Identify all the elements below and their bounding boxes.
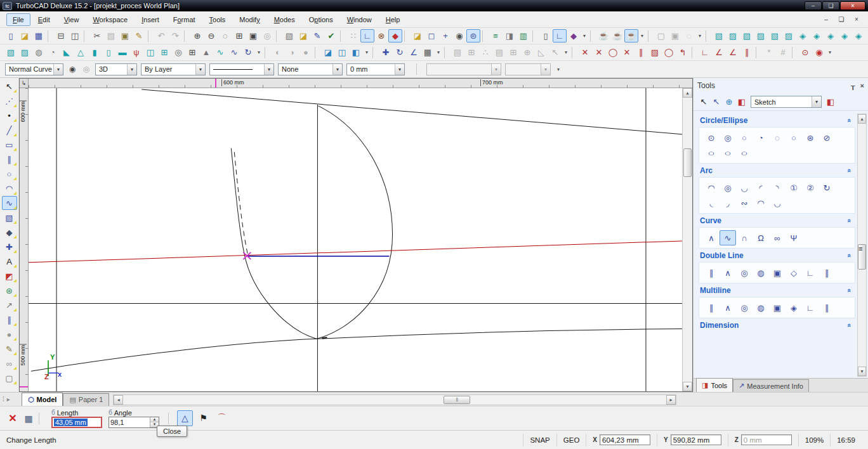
layers-icon[interactable]: ≡ [489, 29, 503, 42]
spin-up-icon[interactable]: ▲ [150, 417, 159, 422]
scroll-thumb[interactable]: ⦀ [444, 396, 470, 404]
multiline-line-icon[interactable]: ∥ [703, 300, 720, 315]
arc-1-3-2-icon[interactable]: ② [802, 180, 819, 195]
mdi-close-button[interactable]: × [852, 16, 862, 23]
circle-concentric-icon[interactable]: ◎ [720, 130, 736, 145]
move-xyz-icon[interactable]: ✚ [379, 46, 393, 59]
menu-workspace[interactable]: Workspace [86, 13, 134, 26]
rotate-3d-icon[interactable]: ↻ [393, 46, 407, 59]
arc-full-icon[interactable]: ↻ [819, 180, 835, 195]
mdi-minimize-button[interactable]: – [821, 16, 831, 23]
snap-parallel-icon[interactable]: ∥ [634, 46, 648, 59]
curve-spline-icon[interactable]: ∿ [720, 230, 736, 245]
target-ref-icon[interactable]: ◉ [812, 46, 826, 59]
paint-tool[interactable]: ◩ [2, 269, 17, 283]
grid-ref-icon[interactable]: # [776, 46, 790, 59]
workspace-open-icon[interactable]: ◪ [411, 29, 424, 42]
view-front-icon[interactable]: ▧ [712, 29, 726, 42]
menu-modify[interactable]: Modify [233, 13, 266, 26]
select-frame-tool[interactable]: ▢ [2, 371, 17, 385]
angle-offset-icon[interactable]: ∠ [726, 46, 740, 59]
overflow-icon[interactable]: ▾ [638, 29, 646, 42]
undo-icon[interactable]: ↶ [154, 29, 168, 42]
paste-icon[interactable]: ▣ [118, 29, 132, 42]
fence-icon[interactable]: ◨ [503, 29, 516, 42]
collapse-chevron-icon[interactable]: « [846, 166, 853, 175]
copy-circular-icon[interactable]: ⊕ [520, 46, 534, 59]
menu-edit[interactable]: Edit [32, 13, 56, 26]
snap-toggle[interactable]: SNAP [523, 434, 556, 446]
view-right-icon[interactable]: ▨ [754, 29, 768, 42]
3d-slab-icon[interactable]: ▬ [115, 46, 129, 59]
multiline-polyline-icon[interactable]: ∧ [720, 300, 736, 315]
panel-tab-measurement[interactable]: ↗Measurement Info [733, 379, 809, 392]
image-icon[interactable]: ▧ [282, 29, 296, 42]
line-tool[interactable]: ╱ [2, 123, 17, 137]
overflow-icon[interactable]: ▾ [562, 46, 570, 59]
3d-torus-icon[interactable]: ◎ [171, 46, 185, 59]
corner-trim-icon[interactable]: ∟ [698, 46, 712, 59]
3d-disc-icon[interactable]: ◍ [32, 46, 46, 59]
arc-fixed-ratio-icon[interactable]: ◡ [769, 195, 786, 211]
copy-pointer-icon[interactable]: ↖ [548, 46, 562, 59]
view-iso-sw-icon[interactable]: ◈ [838, 29, 852, 42]
zoom-selection-icon[interactable]: ◎ [260, 29, 274, 42]
magnetic-snap-icon[interactable]: ◆ [388, 29, 402, 42]
curve-tool[interactable]: ∿ [2, 196, 17, 210]
style-combo[interactable]: Normal Curve▾ [5, 63, 63, 75]
solid-3d-tool[interactable]: ◆ [2, 225, 17, 239]
angle-trim-icon[interactable]: ∠ [712, 46, 726, 59]
3d-mesh-icon[interactable]: ⊞ [185, 46, 199, 59]
multiline-perpendicular-icon[interactable]: ◈ [786, 300, 802, 315]
menu-view[interactable]: View [58, 13, 86, 26]
z-coordinate-field[interactable]: 0 mm [741, 434, 792, 445]
menu-help[interactable]: Help [379, 13, 407, 26]
copy-vector-icon[interactable]: ◺ [534, 46, 548, 59]
double-polyline-icon[interactable]: ∧ [720, 265, 736, 280]
help-book-icon[interactable]: ◆ [567, 29, 581, 42]
sphere-pair-tool[interactable]: ∞ [2, 356, 17, 370]
scroll-up-icon[interactable]: ▴ [683, 88, 692, 98]
arc-tangent-icon[interactable]: ◝ [769, 180, 786, 195]
snap-hatch-icon[interactable]: ▨ [648, 46, 662, 59]
circle-tangent-arc-icon[interactable]: ○ [786, 130, 802, 145]
copy-icon[interactable]: ▤ [104, 29, 118, 42]
canvas-horizontal-scrollbar[interactable]: ◂ ⦀ ▸ [113, 394, 676, 405]
copy-mirror-icon[interactable]: ▤ [492, 46, 506, 59]
select-tool[interactable]: ↖ [2, 79, 17, 93]
shade-sphere-1-icon[interactable]: ◐ [271, 46, 285, 59]
select-2d-icon[interactable]: ▢ [654, 29, 668, 42]
3d-helix-icon[interactable]: ↻ [241, 46, 255, 59]
view-top-icon[interactable]: ▧ [768, 29, 782, 42]
color-palette-icon[interactable]: ▥ [516, 29, 530, 42]
scroll-up-icon[interactable]: ▴ [858, 114, 866, 124]
overflow-icon[interactable]: ▾ [865, 29, 868, 42]
top-slope-line[interactable] [141, 89, 682, 134]
3d-wedge-icon[interactable]: ◣ [60, 46, 74, 59]
geo-toggle[interactable]: GEO [556, 434, 586, 446]
menu-insert[interactable]: Insert [135, 13, 166, 26]
ellipse-right-arc[interactable] [316, 106, 392, 339]
hatch-pattern-icon[interactable]: ▦ [421, 46, 435, 59]
lock-icon[interactable]: б [51, 409, 55, 416]
copy-fit-icon[interactable]: ⊞ [506, 46, 520, 59]
lock-ref-icon[interactable]: ⊙ [798, 46, 812, 59]
multiline-polygon-icon[interactable]: ◍ [753, 300, 769, 315]
curve-cloud-icon[interactable]: ∞ [769, 230, 786, 245]
scroll-down-icon[interactable]: ▾ [858, 367, 866, 376]
curve-bezier-icon[interactable]: ∧ [703, 230, 720, 245]
ruler-corner-icon[interactable]: ↳ [20, 79, 29, 88]
box-3d-tool[interactable]: ▧ [2, 211, 17, 224]
print-preview-icon[interactable]: ◫ [68, 29, 82, 42]
3d-offset-cylinder-icon[interactable]: ▯ [102, 46, 115, 59]
vertex-snap-icon[interactable]: ∟ [360, 29, 374, 42]
curve-arc-polyline-icon[interactable]: ∩ [736, 230, 753, 245]
arc-concentric-icon[interactable]: ◎ [720, 180, 736, 195]
visibility-eye-icon[interactable]: ◉ [67, 65, 77, 74]
arc-3point-icon[interactable]: ◜ [753, 180, 769, 195]
double-concentric-icon[interactable]: ◎ [736, 265, 753, 280]
globe-icon[interactable]: ⊕ [723, 95, 735, 108]
arc-start-end-icon[interactable]: ◡ [736, 180, 753, 195]
propbar-overflow-icon[interactable]: ▾ [555, 63, 562, 76]
angle-input[interactable]: 98,1 ▲▼ [109, 417, 159, 428]
